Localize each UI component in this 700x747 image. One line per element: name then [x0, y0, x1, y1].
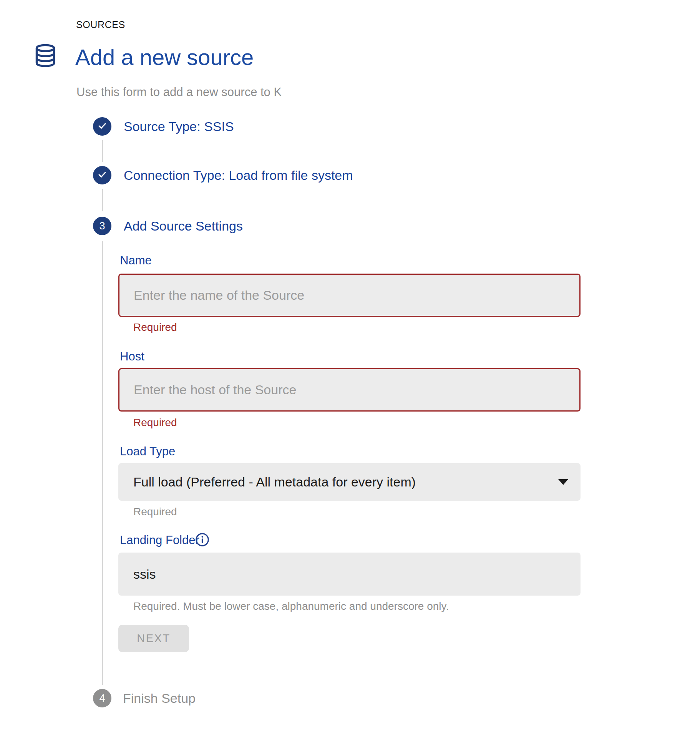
name-field-label: Name [120, 254, 152, 267]
step4-number: 4 [99, 693, 105, 704]
page-subtitle: Use this form to add a new source to K [76, 85, 282, 99]
check-icon [96, 169, 108, 182]
step2-label[interactable]: Connection Type: Load from file system [124, 166, 353, 184]
check-icon [96, 120, 108, 133]
name-error-text: Required [133, 321, 177, 334]
stepper-connector [102, 241, 103, 685]
host-field-label: Host [120, 350, 144, 364]
step2-circle[interactable] [93, 166, 111, 184]
database-icon [33, 44, 57, 70]
host-input[interactable] [118, 368, 581, 412]
step1-circle[interactable] [93, 117, 111, 136]
load-type-select[interactable]: Full load (Preferred - All metadata for … [118, 463, 581, 501]
host-error-text: Required [133, 417, 177, 429]
step3-label: Add Source Settings [124, 217, 243, 235]
dropdown-caret-icon [558, 479, 568, 485]
landing-folder-field-label: Landing Folder [120, 533, 199, 547]
step3-number: 3 [99, 221, 105, 231]
page-title: Add a new source [75, 45, 254, 69]
load-type-selected-value: Full load (Preferred - All metadata for … [133, 475, 416, 490]
landing-folder-input[interactable] [118, 553, 581, 596]
add-source-page: SOURCES Add a new source Use this form t… [0, 0, 700, 747]
load-type-field-label: Load Type [120, 445, 175, 458]
name-input[interactable] [118, 274, 581, 317]
breadcrumb: SOURCES [76, 19, 125, 30]
step3-circle: 3 [93, 217, 111, 235]
step4-circle: 4 [93, 689, 111, 707]
info-icon[interactable] [194, 532, 210, 549]
landing-folder-helper-text: Required. Must be lower case, alphanumer… [133, 600, 449, 613]
stepper-connector [102, 140, 103, 162]
step4-label: Finish Setup [123, 689, 196, 707]
step1-label[interactable]: Source Type: SSIS [124, 117, 234, 136]
stepper-connector [102, 189, 103, 211]
load-type-helper-text: Required [133, 506, 177, 518]
next-button[interactable]: NEXT [118, 625, 189, 652]
